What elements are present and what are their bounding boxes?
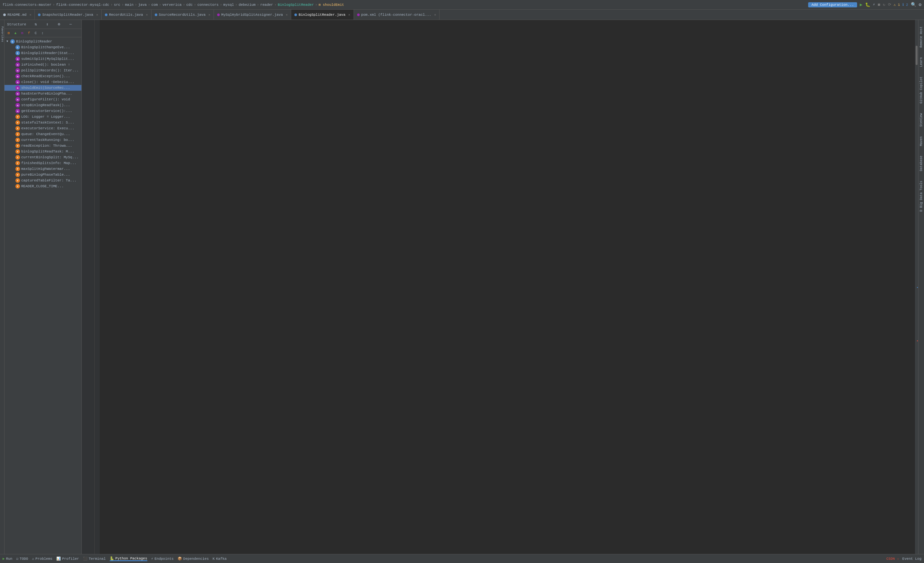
bc-cdc[interactable]: cdc bbox=[186, 3, 193, 7]
dependencies-status[interactable]: 📦 Dependencies bbox=[178, 557, 209, 561]
sidebar-tool-btn-4[interactable]: f bbox=[26, 30, 32, 36]
close-recordutils-tab[interactable]: ✕ bbox=[146, 13, 148, 17]
bc-class[interactable]: BinlogSplitReader bbox=[278, 3, 314, 7]
tree-item-7[interactable]: mclose(): void ↑Debeziu... bbox=[4, 79, 81, 85]
tree-item-23[interactable]: fpureBinlogPhaseTable... bbox=[4, 172, 81, 177]
close-pom-tab[interactable]: ✕ bbox=[434, 13, 436, 17]
tree-item-11[interactable]: mstopBinlogReadTask()... bbox=[4, 102, 81, 108]
tree-item-20[interactable]: fcurrentBinlogSplit: MySq... bbox=[4, 155, 81, 160]
bc-module[interactable]: flink-connector-mysql-cdc bbox=[56, 3, 109, 7]
bc-main[interactable]: main bbox=[125, 3, 134, 7]
favorites-panel[interactable]: Favorites bbox=[1, 26, 4, 42]
learn-panel[interactable]: Learn bbox=[920, 57, 923, 67]
sidebar-tool-btn-6[interactable]: ↕ bbox=[40, 30, 45, 36]
sidebar-tool-btn-1[interactable]: ⊞ bbox=[6, 30, 12, 36]
tab-recordutils[interactable]: RecordUtils.java ✕ bbox=[102, 10, 152, 20]
tab-sourcerecord[interactable]: SourceRecordUtils.java ✕ bbox=[152, 10, 214, 20]
tree-item-15[interactable]: fexecutorService: Execu... bbox=[4, 126, 81, 131]
bc-project[interactable]: flink-connectors-master bbox=[3, 3, 51, 7]
tree-item-21[interactable]: ffinishedSplitsInfo: Map... bbox=[4, 160, 81, 166]
tree-item-14[interactable]: fstatefulTaskContext: S... bbox=[4, 120, 81, 126]
github-copilot-panel[interactable]: GitHub Copilot bbox=[920, 77, 923, 104]
bigdata-panel[interactable]: D Big Data Tools bbox=[920, 181, 923, 212]
add-config-button[interactable]: Add Configuration... bbox=[808, 2, 857, 8]
sidebar-tool-btn-3[interactable]: m bbox=[19, 30, 25, 36]
build-button[interactable]: ⚡ bbox=[873, 2, 875, 7]
tree-item-5[interactable]: mpollSplitRecords(): Iter... bbox=[4, 68, 81, 74]
tree-arrow: ▼ bbox=[6, 40, 10, 43]
endpoints-status[interactable]: ⚡ Endpoints bbox=[151, 557, 174, 561]
tree-item-4[interactable]: misFinished(): boolean ↑ bbox=[4, 62, 81, 68]
debug-button[interactable]: 🐛 bbox=[865, 2, 870, 8]
problems-status[interactable]: ⚠ Problems bbox=[32, 557, 52, 561]
tree-item-22[interactable]: fmaxSplitHighWatermar... bbox=[4, 166, 81, 172]
bc-java[interactable]: java bbox=[138, 3, 147, 7]
sidebar-tool-btn-2[interactable]: ▲ bbox=[12, 30, 18, 36]
tree-item-17[interactable]: fcurrentTaskRunning: bo... bbox=[4, 137, 81, 143]
close-snapshot-tab[interactable]: ✕ bbox=[96, 13, 98, 17]
maven-panel[interactable]: Maven bbox=[920, 137, 923, 146]
close-sourcerecord-tab[interactable]: ✕ bbox=[208, 13, 210, 17]
tree-item-9[interactable]: mhasEnterPureBinlogPha... bbox=[4, 91, 81, 96]
sidebar-close[interactable]: — bbox=[69, 22, 73, 27]
run-button[interactable]: ▶ bbox=[860, 2, 862, 8]
info-badge[interactable]: ℹ 2 bbox=[903, 3, 908, 7]
kafka-status[interactable]: K Kafka bbox=[213, 557, 227, 561]
tab-snapshot[interactable]: SnapshotSplitReader.java ✕ bbox=[35, 10, 101, 20]
tree-item-2[interactable]: CBinlogSplitReader(Stat... bbox=[4, 50, 81, 56]
update-button[interactable]: ↻ bbox=[883, 2, 885, 7]
tab-readme[interactable]: README.md ✕ bbox=[0, 10, 35, 20]
bc-reader[interactable]: reader bbox=[260, 3, 273, 7]
vertical-scrollbar[interactable] bbox=[915, 20, 918, 554]
settings-button[interactable]: ⚙ bbox=[919, 2, 921, 8]
bc-connectors[interactable]: connectors bbox=[197, 3, 219, 7]
sidebar-tool-btn-5[interactable]: C bbox=[33, 30, 39, 36]
python-packages-status[interactable]: 🐍 Python Packages bbox=[110, 556, 147, 561]
todo-status[interactable]: ☑ TODO bbox=[16, 557, 28, 561]
bc-debezium[interactable]: debezium bbox=[239, 3, 256, 7]
run-status[interactable]: ▶ Run bbox=[3, 557, 12, 561]
profiler-status[interactable]: 📊 Profiler bbox=[56, 557, 79, 561]
database-panel[interactable]: Database bbox=[920, 156, 923, 171]
sidebar-sort-alpha[interactable]: ⇅ bbox=[33, 21, 38, 27]
bc-src[interactable]: src bbox=[114, 3, 120, 7]
search-button[interactable]: 🔍 bbox=[911, 2, 916, 8]
code-content[interactable] bbox=[100, 20, 915, 554]
csdn-link[interactable]: CSDN ☆ bbox=[886, 557, 899, 561]
endpoints-label: Endpoints bbox=[154, 557, 173, 561]
tree-item-13[interactable]: fLOG: Logger = Logger... bbox=[4, 114, 81, 120]
terminal-status[interactable]: ⬛ Terminal bbox=[83, 557, 106, 561]
tree-item-3[interactable]: msubmitSplit(MySqlSplit... bbox=[4, 56, 81, 62]
tree-item-8[interactable]: mshouldEmit(SourceRec... bbox=[4, 85, 81, 91]
tree-item-6[interactable]: mcheckReadException()... bbox=[4, 74, 81, 79]
tree-item-10[interactable]: mconfigureFilter(): void bbox=[4, 96, 81, 102]
close-binlogsplit-tab[interactable]: ✕ bbox=[348, 13, 350, 17]
reload-button[interactable]: ⟳ bbox=[888, 2, 891, 7]
warnings-badge[interactable]: ⚠ 1 bbox=[894, 3, 900, 7]
tab-binlogsplit[interactable]: BinlogSplitReader.java ✕ bbox=[291, 10, 354, 20]
todo-label: TODO bbox=[20, 557, 28, 561]
bc-mysql[interactable]: mysql bbox=[223, 3, 234, 7]
sidebar-settings[interactable]: ⚙ bbox=[57, 21, 61, 27]
bc-method[interactable]: m shouldEmit bbox=[318, 3, 344, 7]
tree-item-19[interactable]: fbinlogSplitReadTask: M... bbox=[4, 149, 81, 155]
tree-item-0[interactable]: ▼CBinlogSplitReader bbox=[4, 39, 81, 44]
tree-item-18[interactable]: freadException: Throwa... bbox=[4, 143, 81, 149]
tree-item-25[interactable]: fREADER_CLOSE_TIME... bbox=[4, 183, 81, 189]
bc-ververica[interactable]: ververica bbox=[162, 3, 182, 7]
tab-pom[interactable]: pom.xml (flink-connector-oracl... ✕ bbox=[354, 10, 440, 20]
stop-button[interactable]: ■ bbox=[878, 2, 880, 8]
close-readme-tab[interactable]: ✕ bbox=[29, 13, 31, 17]
close-mysqlhybrid-tab[interactable]: ✕ bbox=[286, 13, 288, 17]
tree-item-24[interactable]: fcapturedTableFilter: Ta... bbox=[4, 177, 81, 183]
sidebar-sort-type[interactable]: ⇕ bbox=[45, 21, 50, 27]
tree-item-1[interactable]: CBinlogSplitChangeEve... bbox=[4, 44, 81, 50]
event-log-status[interactable]: Event Log bbox=[903, 557, 921, 561]
steview-panel[interactable]: SteView bbox=[920, 113, 923, 127]
remote-host-panel[interactable]: Remote Host bbox=[920, 26, 923, 48]
tree-label: checkReadException()... bbox=[21, 74, 70, 78]
tree-item-16[interactable]: fqueue: ChangeEventQu... bbox=[4, 131, 81, 137]
tab-mysqlhybrid[interactable]: MySqlHybridSplitAssigner.java ✕ bbox=[214, 10, 291, 20]
bc-com[interactable]: com bbox=[152, 3, 158, 7]
tree-item-12[interactable]: mgetExecutorService():... bbox=[4, 108, 81, 114]
